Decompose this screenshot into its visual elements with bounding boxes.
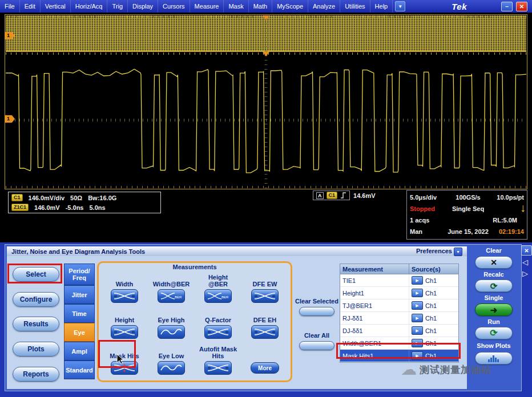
acq-count: 1 acqs <box>410 217 448 224</box>
table-row[interactable]: Width@BER1 ▶Ch1 <box>340 337 458 350</box>
menu-item-trig[interactable]: Trig <box>107 0 128 13</box>
measure-height-ber-button[interactable]: Height @BER <box>195 270 241 306</box>
nav-reports-button[interactable]: Reports <box>13 367 59 382</box>
single-button[interactable]: ➜ <box>475 303 513 316</box>
tab-period-freq[interactable]: Period/ Freq <box>64 264 95 285</box>
close-panel-button[interactable]: ✕ <box>521 245 532 256</box>
nav-configure-button[interactable]: Configure <box>13 292 59 307</box>
minimize-icon: – <box>505 3 509 10</box>
menu-item-measure[interactable]: Measure <box>190 0 224 13</box>
measure-autofit-mask-hits-button[interactable]: Autofit Mask Hits <box>195 342 241 378</box>
eye-diagram-ber-icon[interactable] <box>158 289 185 303</box>
tab-time[interactable]: Time <box>64 304 95 323</box>
table-row[interactable]: Height1 ▶Ch1 <box>340 287 458 299</box>
watermark: ☁ 测试测量加油站 <box>401 362 491 378</box>
nav-right-icon[interactable]: ▷ <box>522 269 528 278</box>
menu-item-display[interactable]: Display <box>128 0 158 13</box>
table-row[interactable]: TIE1 ▶Ch1 <box>340 274 458 287</box>
trigger-position-icon[interactable] <box>263 15 269 20</box>
waveform-icon[interactable] <box>158 325 185 339</box>
waveform-icon[interactable] <box>158 361 185 375</box>
analysis-titlebar: Jitter, Noise and Eye Diagram Analysis T… <box>7 246 467 256</box>
eye-diagram-icon[interactable] <box>111 325 138 339</box>
source-arrow-icon[interactable]: ▶ <box>412 289 423 297</box>
nav-left-icon[interactable]: ◁ <box>522 258 528 266</box>
eye-diagram-icon[interactable] <box>251 325 279 339</box>
close-button[interactable]: ✕ <box>516 2 527 11</box>
menu-item-horiz-acq[interactable]: Horiz/Acq <box>71 0 108 13</box>
source-arrow-icon[interactable]: ▶ <box>412 351 423 360</box>
measure-eye-high-button[interactable]: Eye High <box>148 306 195 342</box>
table-row[interactable]: RJ-δδ1 ▶Ch1 <box>340 312 458 325</box>
menu-item-mask[interactable]: Mask <box>224 0 248 13</box>
menu-dropdown-arrow-icon[interactable]: ▼ <box>395 1 405 11</box>
clear-selected-button[interactable] <box>299 307 334 316</box>
analysis-panel: Jitter, Noise and Eye Diagram Analysis T… <box>7 246 467 389</box>
close-icon: ✕ <box>519 3 524 10</box>
trigger-source-badge[interactable]: C1 <box>327 192 338 199</box>
menu-item-cursors[interactable]: Cursors <box>158 0 190 13</box>
record-length: RL:5.0M <box>489 217 524 224</box>
eye-diagram-icon[interactable] <box>251 289 279 303</box>
measure-height-button[interactable]: Height <box>101 306 148 342</box>
single-arrow-icon: ➜ <box>490 306 498 314</box>
preferences-label[interactable]: Preferences <box>416 248 452 254</box>
resolution-value: 10.0ps/pt <box>489 194 524 201</box>
show-plots-icon <box>487 355 500 362</box>
menu-item-file[interactable]: File <box>0 0 20 13</box>
more-button[interactable]: More <box>251 362 279 374</box>
ch1-bandwidth: Bw:16.0G <box>88 195 116 201</box>
menu-item-math[interactable]: Math <box>249 0 272 13</box>
source-arrow-icon[interactable]: ▶ <box>412 314 423 322</box>
menu-bar: File Edit Vertical Horiz/Acq Trig Displa… <box>0 0 532 13</box>
trigger-a-label: A <box>316 192 324 199</box>
tab-ampl[interactable]: Ampl <box>64 342 95 360</box>
menu-item-utilities[interactable]: Utilities <box>340 0 370 13</box>
nav-plots-button[interactable]: Plots <box>13 342 59 357</box>
tab-standard[interactable]: Standard <box>64 360 95 379</box>
measure-eye-low-button[interactable]: Eye Low <box>148 342 195 378</box>
nav-results-button[interactable]: Results <box>13 317 59 331</box>
run-icon: ⟳ <box>490 329 497 338</box>
preferences-dropdown-icon[interactable]: ▼ <box>454 248 462 256</box>
trigger-mode: Man <box>410 228 448 235</box>
zoom1-badge[interactable]: Z1C1 <box>11 204 29 211</box>
source-arrow-icon[interactable]: ▶ <box>412 339 423 347</box>
minimize-button[interactable]: – <box>501 2 513 11</box>
measure-mask-hits-button[interactable]: Mask Hits <box>101 342 148 378</box>
menu-item-myscope[interactable]: MyScope <box>272 0 308 13</box>
source-arrow-icon[interactable]: ▶ <box>412 301 423 310</box>
table-row-selected[interactable]: Mask Hits1 ▶Ch1 <box>340 350 458 362</box>
clear-all-button[interactable] <box>299 341 334 350</box>
tab-jitter[interactable]: Jitter <box>64 285 95 304</box>
measure-dfe-eh-button[interactable]: DFE EH <box>241 306 288 342</box>
measure-width-button[interactable]: Width <box>101 270 148 306</box>
menu-item-edit[interactable]: Edit <box>20 0 41 13</box>
source-arrow-icon[interactable]: ▶ <box>412 326 423 335</box>
ch1-badge[interactable]: C1 <box>11 194 23 201</box>
measure-dfe-ew-button[interactable]: DFE EW <box>241 270 288 306</box>
close-panel-icon: ✕ <box>524 248 529 254</box>
eye-diagram-icon[interactable] <box>204 361 232 375</box>
menu-item-vertical[interactable]: Vertical <box>41 0 71 13</box>
source-arrow-icon[interactable]: ▶ <box>412 276 423 285</box>
zoom-window: 5.0ns <box>89 204 105 211</box>
nav-select-button[interactable]: Select <box>13 267 59 282</box>
eye-diagram-icon[interactable] <box>204 325 232 339</box>
recalc-button[interactable]: ⟳ <box>475 279 513 292</box>
menu-item-help[interactable]: Help <box>370 0 393 13</box>
mouse-cursor-icon <box>116 354 124 365</box>
run-button[interactable]: ⟳ <box>475 327 513 339</box>
clear-measurement-button[interactable]: ✕ <box>475 256 513 269</box>
tab-eye[interactable]: Eye <box>64 323 95 342</box>
table-row[interactable]: DJ-δδ1 ▶Ch1 <box>340 325 458 337</box>
trigger-readout: A C1 14.6mV <box>313 191 376 200</box>
eye-diagram-mask-icon[interactable] <box>111 361 138 375</box>
table-row[interactable]: TJ@BER1 ▶Ch1 <box>340 299 458 312</box>
measure-q-factor-button[interactable]: Q-Factor <box>195 306 241 342</box>
measurements-title: Measurements <box>99 263 291 270</box>
menu-item-analyze[interactable]: Analyze <box>308 0 340 13</box>
eye-diagram-icon[interactable] <box>111 289 138 303</box>
eye-diagram-ber-icon[interactable] <box>204 289 232 303</box>
measure-width-ber-button[interactable]: Width@BER <box>148 270 195 306</box>
